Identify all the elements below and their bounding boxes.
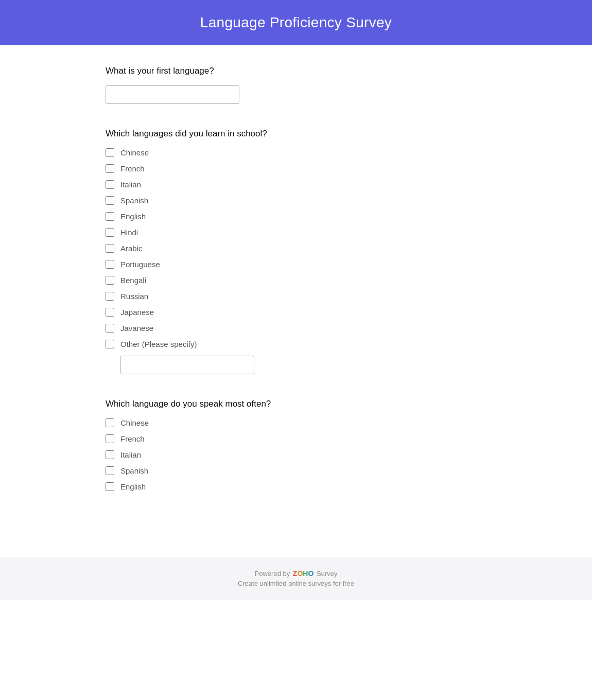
zoho-o1: O (297, 569, 303, 577)
zoho-logo: ZOHO (293, 569, 314, 577)
list-item: Hindi (106, 228, 486, 237)
checkbox-school-bengali[interactable] (106, 276, 114, 285)
label-school-english[interactable]: English (120, 212, 146, 221)
list-item: Portuguese (106, 260, 486, 269)
page-footer: Powered by ZOHO Survey Create unlimited … (0, 557, 592, 600)
checkbox-speak-italian[interactable] (106, 450, 114, 459)
checkbox-school-russian[interactable] (106, 292, 114, 301)
school-languages-list: Chinese French Italian Spanish English H… (106, 148, 486, 348)
list-item: Italian (106, 450, 486, 459)
label-speak-french[interactable]: French (120, 434, 145, 443)
list-item: Chinese (106, 418, 486, 427)
checkbox-speak-spanish[interactable] (106, 466, 114, 475)
label-school-japanese[interactable]: Japanese (120, 308, 154, 317)
list-item: French (106, 164, 486, 173)
label-speak-chinese[interactable]: Chinese (120, 418, 149, 427)
survey-label: Survey (317, 570, 337, 577)
label-school-other[interactable]: Other (Please specify) (120, 340, 197, 348)
label-school-portuguese[interactable]: Portuguese (120, 260, 160, 269)
checkbox-school-hindi[interactable] (106, 228, 114, 237)
list-item: Japanese (106, 308, 486, 317)
checkbox-school-french[interactable] (106, 164, 114, 173)
list-item: English (106, 212, 486, 221)
label-speak-spanish[interactable]: Spanish (120, 466, 148, 475)
label-school-russian[interactable]: Russian (120, 292, 148, 301)
checkbox-school-portuguese[interactable] (106, 260, 114, 269)
question-1-label: What is your first language? (106, 66, 486, 76)
question-2-label: Which languages did you learn in school? (106, 129, 486, 139)
main-content: What is your first language? Which langu… (75, 45, 517, 536)
checkbox-school-japanese[interactable] (106, 308, 114, 317)
list-item: Other (Please specify) (106, 340, 486, 348)
question-3-block: Which language do you speak most often? … (106, 399, 486, 491)
label-speak-italian[interactable]: Italian (120, 450, 141, 459)
footer-powered-text: Powered by ZOHO Survey (21, 569, 571, 577)
checkbox-speak-english[interactable] (106, 482, 114, 491)
label-school-bengali[interactable]: Bengali (120, 276, 146, 285)
first-language-input[interactable] (106, 85, 239, 104)
checkbox-speak-chinese[interactable] (106, 418, 114, 427)
checkbox-school-english[interactable] (106, 212, 114, 221)
speak-languages-list: Chinese French Italian Spanish English (106, 418, 486, 491)
list-item: Arabic (106, 244, 486, 253)
list-item: Chinese (106, 148, 486, 157)
checkbox-school-italian[interactable] (106, 180, 114, 189)
question-1-block: What is your first language? (106, 66, 486, 104)
label-school-french[interactable]: French (120, 164, 145, 173)
list-item: Bengali (106, 276, 486, 285)
label-school-chinese[interactable]: Chinese (120, 148, 149, 157)
label-school-spanish[interactable]: Spanish (120, 196, 148, 205)
list-item: English (106, 482, 486, 491)
checkbox-speak-french[interactable] (106, 434, 114, 443)
question-2-block: Which languages did you learn in school?… (106, 129, 486, 374)
list-item: Russian (106, 292, 486, 301)
label-speak-english[interactable]: English (120, 482, 146, 491)
footer-sub-text: Create unlimited online surveys for free (21, 580, 571, 587)
list-item: Spanish (106, 466, 486, 475)
zoho-z: Z (293, 569, 298, 577)
label-school-italian[interactable]: Italian (120, 180, 141, 189)
checkbox-school-javanese[interactable] (106, 324, 114, 332)
label-school-arabic[interactable]: Arabic (120, 244, 143, 253)
page-title: Language Proficiency Survey (21, 14, 571, 31)
list-item: Italian (106, 180, 486, 189)
checkbox-school-spanish[interactable] (106, 196, 114, 205)
label-school-javanese[interactable]: Javanese (120, 324, 153, 332)
checkbox-school-other[interactable] (106, 340, 114, 348)
list-item: Javanese (106, 324, 486, 332)
checkbox-school-chinese[interactable] (106, 148, 114, 157)
list-item: French (106, 434, 486, 443)
school-other-input[interactable] (120, 356, 254, 374)
question-3-label: Which language do you speak most often? (106, 399, 486, 409)
list-item: Spanish (106, 196, 486, 205)
zoho-o2: O (308, 569, 314, 577)
label-school-hindi[interactable]: Hindi (120, 228, 138, 237)
powered-by-label: Powered by (255, 570, 290, 577)
page-header: Language Proficiency Survey (0, 0, 592, 45)
zoho-h: H (303, 569, 308, 577)
checkbox-school-arabic[interactable] (106, 244, 114, 253)
